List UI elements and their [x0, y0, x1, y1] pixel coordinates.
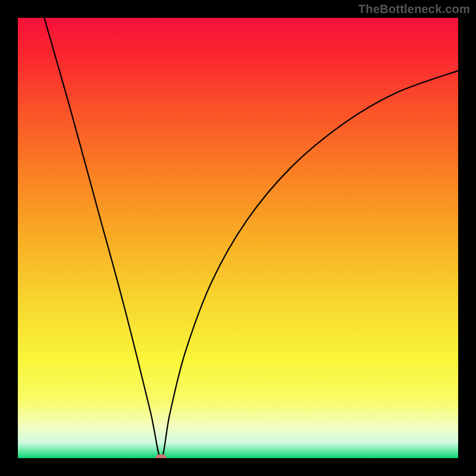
watermark-text: TheBottleneck.com	[358, 2, 470, 16]
chart-plot-area	[18, 18, 458, 458]
chart-frame: TheBottleneck.com	[0, 0, 476, 476]
chart-background	[18, 18, 458, 458]
chart-svg	[18, 18, 458, 458]
